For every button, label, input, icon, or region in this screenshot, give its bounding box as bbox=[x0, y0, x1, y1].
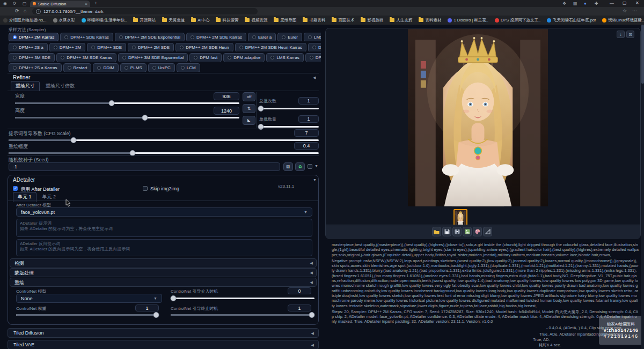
mask-preprocessing-accordion[interactable]: 蒙版处理 ◀ bbox=[10, 268, 317, 277]
new-tab-button[interactable]: + bbox=[94, 1, 97, 6]
sampler-option[interactable]: Euler bbox=[277, 33, 302, 41]
resize-tab[interactable]: 重绘尺寸倍数 bbox=[41, 81, 79, 91]
adetailer-model-dropdown[interactable]: face_yolov8n.pt ▼ bbox=[16, 207, 312, 217]
sampler-option[interactable]: DPM++ SDE Karras bbox=[60, 33, 113, 41]
avatar-icon[interactable]: ● bbox=[584, 1, 587, 6]
sampler-option[interactable]: DPM++ 2M SDE bbox=[128, 43, 174, 51]
sampler-option[interactable]: DPM2 Karras bbox=[305, 53, 321, 62]
extra-seed-checkbox[interactable] bbox=[308, 164, 312, 169]
save-image-button[interactable] bbox=[442, 227, 451, 236]
controlnet-weight-slider[interactable] bbox=[16, 311, 159, 317]
denoise-slider[interactable] bbox=[9, 150, 319, 155]
controlnet-start-slider[interactable] bbox=[171, 295, 314, 301]
ruler-button[interactable] bbox=[483, 227, 492, 236]
generated-image[interactable] bbox=[408, 28, 548, 207]
adetailer-negative-textarea[interactable]: ADetailer 反向提示词 如果 ADetailer 的反向提示词为空，将会… bbox=[16, 239, 312, 256]
inpainting-accordion[interactable]: 重绘 ◀ bbox=[10, 278, 317, 287]
sampler-option[interactable]: DPM++ 3M SDE bbox=[9, 53, 55, 62]
puzzle-icon[interactable]: ✚ bbox=[595, 1, 598, 6]
bookmark-item[interactable]: 影视教程 bbox=[361, 18, 383, 23]
sampler-option[interactable]: DDIM bbox=[93, 63, 118, 72]
batch-size-input[interactable]: 1 bbox=[298, 115, 319, 123]
sampler-option[interactable]: DPM++ 2M SDE Exponential bbox=[115, 33, 185, 41]
browser-tab[interactable]: Stable Diffusion × bbox=[30, 1, 90, 7]
close-button[interactable]: ✕ bbox=[635, 1, 639, 5]
extension-icon[interactable]: ❖ bbox=[562, 1, 566, 6]
bookmark-item[interactable]: 页面技术 bbox=[332, 18, 354, 23]
swap-dimensions-button[interactable]: ⇅ bbox=[243, 104, 255, 113]
sampler-option[interactable]: DPM++ 2M SDE Heun Exponential bbox=[308, 43, 321, 51]
tiled-vae-accordion[interactable]: Tiled VAE ◀ bbox=[8, 340, 319, 349]
bookmark-item[interactable]: 思维导图 bbox=[274, 18, 296, 23]
fullscreen-icon[interactable]: ⊡ bbox=[626, 31, 634, 38]
sampler-option[interactable]: Euler a bbox=[248, 33, 276, 41]
sampler-option[interactable]: LMS bbox=[304, 33, 321, 41]
seed-input[interactable]: -1 bbox=[9, 162, 280, 171]
bookmark-item[interactable]: AI中心 bbox=[191, 18, 209, 23]
skip-img2img-checkbox[interactable] bbox=[143, 186, 148, 191]
favorite-star-icon[interactable]: ☆ bbox=[623, 8, 627, 13]
sampler-option[interactable]: Restart bbox=[63, 63, 92, 72]
download-image-icon[interactable]: ↓ bbox=[617, 31, 625, 38]
seed-extra-caret-icon[interactable]: ▼ bbox=[314, 164, 318, 168]
bookmark-item[interactable]: 视频资源 bbox=[245, 18, 267, 23]
batch-count-slider[interactable] bbox=[259, 105, 319, 111]
sampler-option[interactable]: LMS Karras bbox=[266, 53, 303, 62]
controlnet-end-input[interactable]: 1 bbox=[288, 305, 311, 311]
bookmark-item[interactable]: 开源网站 bbox=[133, 18, 156, 23]
controlnet-weight-input[interactable]: 1 bbox=[135, 305, 159, 311]
more-menu-icon[interactable]: ⋯ bbox=[632, 8, 637, 13]
sampler-option[interactable]: UniPC bbox=[148, 63, 175, 72]
reuse-seed-button[interactable]: ♻ bbox=[295, 162, 305, 171]
adetailer-expand-icon[interactable]: ▼ bbox=[313, 178, 317, 182]
sampler-option[interactable]: DPM++ SDE bbox=[87, 43, 126, 51]
controlnet-end-slider[interactable] bbox=[171, 311, 314, 317]
sampler-option[interactable]: DPM++ 2M bbox=[49, 43, 85, 51]
sampler-option[interactable]: DPM++ 2M SDE Karras bbox=[186, 33, 246, 41]
bookmark-item[interactable]: DPS 投屏同下放文工.. bbox=[495, 18, 540, 23]
sampler-option[interactable]: DPM++ 2M Karras bbox=[9, 33, 58, 41]
bookmark-item[interactable]: 飞天阅读石山证年底.pdf bbox=[547, 18, 596, 23]
sampler-option[interactable]: DPM adaptive bbox=[223, 53, 265, 62]
detection-accordion[interactable]: 检测 ◀ bbox=[10, 258, 317, 268]
tiled-diffusion-accordion[interactable]: Tiled Diffusion ◀ bbox=[8, 328, 319, 338]
bookmark-item[interactable]: 哔哩哔哩/生活半年快.. bbox=[82, 18, 127, 23]
resize-tab[interactable]: 重绘尺寸 bbox=[11, 81, 40, 91]
bookmark-item[interactable]: 介绍图片咱拍摄PcL.. bbox=[3, 18, 47, 23]
bookmark-item[interactable]: 1 Discord | 树兰花.. bbox=[448, 18, 488, 23]
sampler-option[interactable]: DPM++ 2M SDE Heun bbox=[175, 43, 233, 51]
send-image-button[interactable] bbox=[463, 227, 472, 236]
height-input[interactable]: 1240 bbox=[214, 107, 239, 115]
save-zip-button[interactable] bbox=[452, 227, 462, 236]
sampler-option[interactable]: DPM++ 2S a bbox=[9, 43, 48, 51]
refresh-icon[interactable]: ⟳ bbox=[15, 8, 19, 13]
palette-button[interactable] bbox=[473, 227, 482, 236]
bookmark-item[interactable]: 书籍资料 bbox=[303, 18, 325, 23]
cfg-slider[interactable] bbox=[9, 137, 319, 143]
sampler-option[interactable]: DPM++ 3M SDE Exponential bbox=[118, 53, 188, 62]
tab-search-icon[interactable]: ▢ bbox=[23, 1, 27, 6]
enable-adetailer-checkbox[interactable]: ✓ bbox=[13, 186, 18, 191]
gallery-thumbnail[interactable] bbox=[453, 209, 467, 226]
site-info-icon[interactable]: i bbox=[36, 9, 41, 14]
tab-close-button[interactable]: × bbox=[85, 2, 87, 6]
url-bar[interactable]: i 127.0.0.1:7860/?__theme=dark bbox=[32, 8, 258, 14]
profile-icon[interactable]: ◉ bbox=[3, 1, 7, 6]
width-input[interactable]: 936 bbox=[214, 92, 239, 100]
maximize-button[interactable]: ▢ bbox=[623, 1, 627, 5]
refiner-accordion[interactable]: Refiner bbox=[13, 75, 30, 80]
height-slider[interactable] bbox=[15, 114, 239, 120]
cfg-input[interactable]: 7 bbox=[294, 129, 319, 137]
page-scrollbar-thumb[interactable] bbox=[641, 25, 644, 84]
sampler-option[interactable]: DPM++ 3M SDE Karras bbox=[56, 53, 116, 62]
bookmark-item[interactable]: 科技运营 bbox=[216, 18, 238, 23]
sampler-option[interactable]: DPM++ 2S a Karras bbox=[9, 63, 62, 72]
sampler-option[interactable]: PLMS bbox=[120, 63, 147, 72]
refiner-collapse-icon[interactable]: ◀ bbox=[313, 76, 316, 80]
controlnet-start-input[interactable]: 0 bbox=[288, 287, 311, 294]
bookmark-item[interactable]: 资料素材 bbox=[419, 18, 441, 23]
minimize-button[interactable]: — bbox=[610, 1, 614, 5]
batch-count-input[interactable]: 1 bbox=[298, 97, 319, 105]
random-seed-button[interactable]: ⚄ bbox=[283, 162, 293, 171]
off-button[interactable]: off bbox=[243, 92, 255, 101]
